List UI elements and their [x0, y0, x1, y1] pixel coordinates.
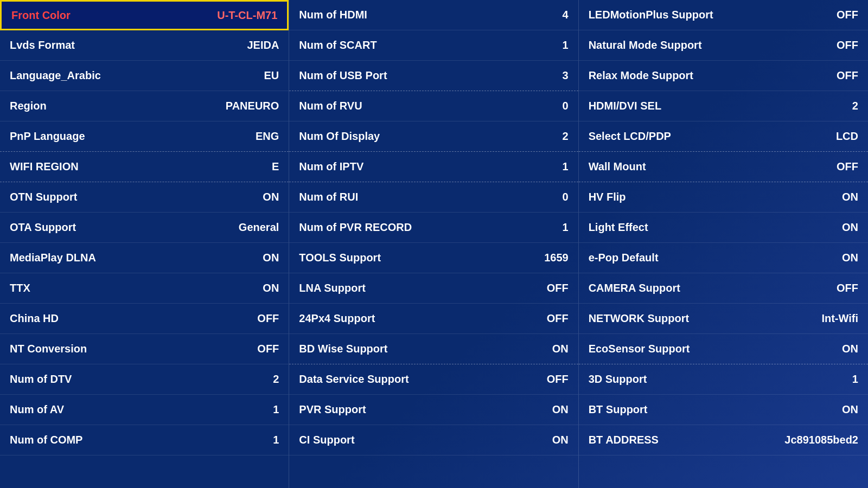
setting-label: Light Effect [589, 221, 648, 234]
setting-label: Natural Mode Support [589, 39, 702, 52]
table-row[interactable]: Num Of Display2 [289, 121, 578, 152]
setting-value: 4 [563, 9, 569, 21]
table-row[interactable]: Front ColorU-T-CL-M71 [0, 0, 289, 30]
table-row[interactable]: Natural Mode SupportOFF [579, 30, 868, 61]
table-row[interactable]: HDMI/DVI SEL2 [579, 91, 868, 121]
table-row[interactable]: BT SupportON [579, 395, 868, 425]
setting-value: 2 [273, 373, 279, 386]
setting-label: Num of COMP [10, 434, 82, 446]
table-row[interactable]: Num of IPTV1 [289, 152, 578, 182]
setting-value: 1 [852, 373, 858, 386]
table-row[interactable]: Num of RUI0 [289, 182, 578, 213]
table-row[interactable]: 24Px4 SupportOFF [289, 304, 578, 334]
setting-label: PnP Language [10, 130, 85, 143]
table-row[interactable]: Num of RVU0 [289, 91, 578, 121]
setting-label: MediaPlay DLNA [10, 252, 96, 264]
table-row[interactable]: TTXON [0, 273, 289, 304]
table-row[interactable]: MediaPlay DLNAON [0, 243, 289, 273]
table-row[interactable]: OTN SupportON [0, 182, 289, 213]
setting-label: BT ADDRESS [589, 434, 659, 446]
setting-value: 1 [563, 221, 569, 234]
setting-value: ON [263, 282, 279, 294]
table-row[interactable]: Num of AV1 [0, 395, 289, 425]
setting-label: LNA Support [299, 282, 366, 294]
setting-value: ON [552, 403, 569, 416]
table-row[interactable]: PVR SupportON [289, 395, 578, 425]
table-row[interactable]: NT ConversionOFF [0, 334, 289, 364]
setting-value: 1 [563, 39, 569, 52]
setting-label: TTX [10, 282, 30, 294]
setting-label: Num of IPTV [299, 160, 363, 173]
setting-label: Num of RUI [299, 191, 358, 203]
setting-value: OFF [837, 39, 858, 52]
table-row[interactable]: Data Service SupportOFF [289, 364, 578, 395]
setting-label: e-Pop Default [589, 252, 659, 264]
table-row[interactable]: Language_ArabicEU [0, 61, 289, 91]
setting-label: WIFI REGION [10, 160, 79, 173]
setting-label: Num of RVU [299, 100, 362, 112]
table-row[interactable]: CI SupportON [289, 425, 578, 455]
setting-label: Num of USB Port [299, 69, 387, 82]
setting-value: 1 [273, 434, 279, 446]
setting-value: ON [842, 191, 858, 203]
table-row[interactable]: Num of DTV2 [0, 364, 289, 395]
table-row[interactable]: WIFI REGIONE [0, 152, 289, 182]
setting-value: 0 [563, 100, 569, 112]
table-row[interactable]: LEDMotionPlus SupportOFF [579, 0, 868, 30]
setting-label: 3D Support [589, 373, 647, 386]
table-row[interactable]: Num of HDMI4 [289, 0, 578, 30]
table-row[interactable]: Num of PVR RECORD1 [289, 213, 578, 243]
setting-value: ON [552, 434, 569, 446]
setting-value: Int-Wifi [821, 312, 858, 325]
setting-value: ON [842, 343, 858, 355]
settings-table: Front ColorU-T-CL-M71Lvds FormatJEIDALan… [0, 0, 868, 488]
setting-value: EU [264, 69, 279, 82]
table-row[interactable]: CAMERA SupportOFF [579, 273, 868, 304]
table-row[interactable]: Wall MountOFF [579, 152, 868, 182]
setting-label: PVR Support [299, 403, 366, 416]
table-row[interactable]: EcoSensor SupportON [579, 334, 868, 364]
setting-value: OFF [837, 69, 858, 82]
table-row[interactable]: Num of COMP1 [0, 425, 289, 455]
setting-value: 0 [563, 191, 569, 203]
setting-label: Num Of Display [299, 130, 380, 143]
table-row[interactable]: Light EffectON [579, 213, 868, 243]
setting-value: OFF [837, 9, 858, 21]
setting-value: ON [842, 252, 858, 264]
table-row[interactable]: OTA SupportGeneral [0, 213, 289, 243]
table-row[interactable]: PnP LanguageENG [0, 121, 289, 152]
table-row[interactable]: China HDOFF [0, 304, 289, 334]
setting-value: General [239, 221, 279, 234]
table-row[interactable]: e-Pop DefaultON [579, 243, 868, 273]
table-row[interactable]: Relax Mode SupportOFF [579, 61, 868, 91]
table-row[interactable]: Num of USB Port3 [289, 61, 578, 91]
table-row[interactable]: LNA SupportOFF [289, 273, 578, 304]
setting-value: ENG [256, 130, 279, 143]
setting-value: OFF [837, 282, 858, 294]
setting-value: JEIDA [247, 39, 279, 52]
table-row[interactable]: TOOLS Support1659 [289, 243, 578, 273]
setting-value: ON [552, 343, 569, 355]
setting-label: EcoSensor Support [589, 343, 690, 355]
setting-label: BD Wise Support [299, 343, 387, 355]
setting-label: CAMERA Support [589, 282, 680, 294]
setting-label: Language_Arabic [10, 69, 101, 82]
table-row[interactable]: RegionPANEURO [0, 91, 289, 121]
table-row[interactable]: NETWORK SupportInt-Wifi [579, 304, 868, 334]
setting-label: OTA Support [10, 221, 76, 234]
table-row[interactable]: Select LCD/PDPLCD [579, 121, 868, 152]
setting-label: NT Conversion [10, 343, 87, 355]
setting-value: ON [263, 252, 279, 264]
setting-value: ON [263, 191, 279, 203]
table-row[interactable]: BD Wise SupportON [289, 334, 578, 364]
setting-value: E [272, 160, 279, 173]
column-2: LEDMotionPlus SupportOFFNatural Mode Sup… [579, 0, 868, 488]
table-row[interactable]: 3D Support1 [579, 364, 868, 395]
setting-label: CI Support [299, 434, 354, 446]
table-row[interactable]: BT ADDRESSJc891085bed2 [579, 425, 868, 455]
setting-value: Jc891085bed2 [784, 434, 858, 446]
table-row[interactable]: Lvds FormatJEIDA [0, 30, 289, 61]
table-row[interactable]: HV FlipON [579, 182, 868, 213]
setting-label: HV Flip [589, 191, 626, 203]
table-row[interactable]: Num of SCART1 [289, 30, 578, 61]
